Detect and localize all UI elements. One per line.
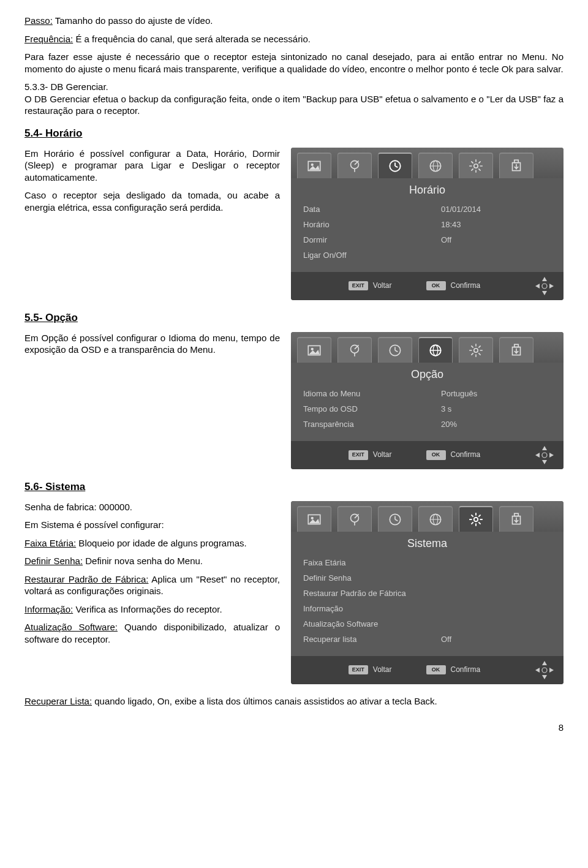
svg-marker-50	[542, 460, 547, 464]
tab-globe-icon[interactable]	[418, 337, 453, 363]
menu-row[interactable]: Ligar On/Off	[301, 248, 554, 263]
menu-row[interactable]: DormirOff	[301, 233, 554, 248]
tab-clock-icon[interactable]	[378, 153, 412, 178]
svg-line-19	[478, 161, 480, 163]
tab-antenna-icon[interactable]	[337, 337, 372, 363]
ok-key[interactable]: OK	[426, 665, 446, 675]
menu-row-value: 18:43	[441, 220, 461, 230]
ajuste-paragraph: Para fazer esse ajuste é necessário que …	[24, 51, 564, 75]
menu-row[interactable]: Horário18:43	[301, 217, 554, 233]
s56-atualizacao: Atualização Software: Quando disponibili…	[24, 621, 280, 645]
ok-label: Confirma	[451, 665, 481, 675]
menu-row-label: Atualização Software	[303, 619, 441, 630]
svg-marker-78	[535, 668, 540, 673]
passo-text: Tamanho do passo do ajuste de vídeo.	[53, 15, 213, 26]
exit-key[interactable]: EXIT	[349, 665, 368, 675]
menu-row-label: Informação	[303, 604, 441, 614]
horario-body: Data01/01/2014 Horário18:43 DormirOff Li…	[291, 201, 564, 266]
exit-key[interactable]: EXIT	[349, 281, 368, 291]
tab-picture-icon[interactable]	[297, 337, 331, 363]
menu-row[interactable]: Transparência20%	[301, 417, 554, 432]
menu-row-label: Ligar On/Off	[303, 251, 441, 261]
dpad-icon[interactable]	[534, 445, 555, 466]
exit-key[interactable]: EXIT	[349, 450, 368, 460]
tab-clock-icon[interactable]	[378, 506, 412, 532]
ok-label: Confirma	[451, 450, 481, 460]
tab-picture-icon[interactable]	[297, 506, 331, 532]
svg-line-61	[395, 519, 398, 521]
svg-point-26	[542, 284, 547, 289]
ok-key[interactable]: OK	[426, 450, 446, 460]
rl-label: Recuperar Lista:	[24, 696, 92, 706]
tab-gear-icon[interactable]	[459, 153, 493, 178]
fe-label: Faixa Etária:	[24, 538, 76, 548]
svg-point-80	[542, 668, 547, 673]
svg-line-17	[478, 168, 480, 170]
menu-row[interactable]: Data01/01/2014	[301, 202, 554, 217]
tab-globe-icon[interactable]	[418, 506, 453, 532]
svg-marker-77	[542, 675, 547, 679]
menu-row[interactable]: Faixa Etária	[301, 556, 554, 571]
freq-label: Frequência:	[24, 34, 73, 44]
s55-p1: Em Opção é possível configurar o Idioma …	[24, 332, 280, 356]
svg-rect-48	[514, 344, 519, 347]
menu-row[interactable]: Atualização Software	[301, 617, 554, 632]
svg-line-43	[471, 345, 473, 347]
horario-title: Horário	[291, 178, 564, 201]
dpad-icon[interactable]	[534, 276, 555, 296]
tab-globe-icon[interactable]	[418, 153, 453, 178]
tab-antenna-icon[interactable]	[337, 153, 372, 178]
svg-line-34	[395, 350, 398, 352]
exit-label: Voltar	[373, 450, 392, 460]
menu-row-label: Horário	[303, 220, 441, 230]
tab-picture-icon[interactable]	[297, 153, 331, 178]
passo-label: Passo:	[24, 15, 53, 26]
menu-row[interactable]: Idioma do MenuPortuguês	[301, 387, 554, 402]
svg-marker-22	[542, 277, 547, 281]
passo-line: Passo: Tamanho do passo do ajuste de víd…	[24, 15, 564, 27]
menu-row[interactable]: Definir Senha	[301, 571, 554, 586]
menu-row-label: Idioma do Menu	[303, 389, 441, 399]
as-label: Atualização Software:	[24, 622, 118, 632]
s56-recuperar-lista: Recuperar Lista: quando ligado, On, exib…	[24, 695, 564, 708]
tab-gear-icon[interactable]	[459, 506, 493, 532]
svg-line-44	[478, 353, 480, 355]
tab-usb-icon[interactable]	[499, 153, 533, 178]
svg-marker-51	[535, 453, 540, 458]
svg-point-65	[474, 518, 478, 522]
tab-usb-icon[interactable]	[499, 337, 533, 363]
svg-point-55	[311, 516, 314, 519]
rl-text: quando ligado, On, exibe a lista dos últ…	[92, 696, 437, 706]
tab-gear-icon[interactable]	[459, 337, 493, 363]
menu-row-value: Off	[441, 235, 451, 246]
svg-line-16	[471, 161, 473, 163]
tab-usb-icon[interactable]	[499, 506, 533, 532]
svg-marker-79	[549, 668, 554, 673]
svg-rect-21	[514, 160, 519, 162]
dpad-icon[interactable]	[534, 660, 555, 681]
menu-row-value: 01/01/2014	[441, 205, 481, 215]
svg-rect-75	[514, 513, 519, 516]
horario-footer: EXIT Voltar OK Confirma	[291, 272, 564, 300]
sistema-footer: EXIT Voltar OK Confirma	[291, 656, 564, 684]
freq-text: É a frequência do canal, que será altera…	[73, 34, 311, 44]
svg-marker-23	[542, 291, 547, 295]
freq-line: Frequência: É a frequência do canal, que…	[24, 33, 564, 45]
menu-row-value: Português	[441, 389, 477, 399]
svg-line-45	[471, 353, 473, 355]
s56-informacao: Informação: Verifica as Informações do r…	[24, 603, 280, 616]
ok-key[interactable]: OK	[426, 281, 446, 291]
menu-row-label: Restaurar Padrão de Fábrica	[303, 589, 441, 599]
menu-row[interactable]: Restaurar Padrão de Fábrica	[301, 586, 554, 602]
svg-marker-76	[542, 661, 547, 665]
opcao-screenshot: Opção Idioma do MenuPortuguês Tempo do O…	[291, 332, 564, 469]
tab-antenna-icon[interactable]	[337, 506, 372, 532]
menu-row[interactable]: Recuperar listaOff	[301, 632, 554, 647]
menu-row[interactable]: Informação	[301, 602, 554, 617]
fe-text: Bloqueio por idade de alguns programas.	[76, 538, 247, 548]
svg-marker-25	[549, 284, 554, 289]
inf-label: Informação:	[24, 604, 73, 614]
tab-clock-icon[interactable]	[378, 337, 412, 363]
menu-row[interactable]: Tempo do OSD3 s	[301, 402, 554, 417]
svg-line-71	[478, 522, 480, 524]
